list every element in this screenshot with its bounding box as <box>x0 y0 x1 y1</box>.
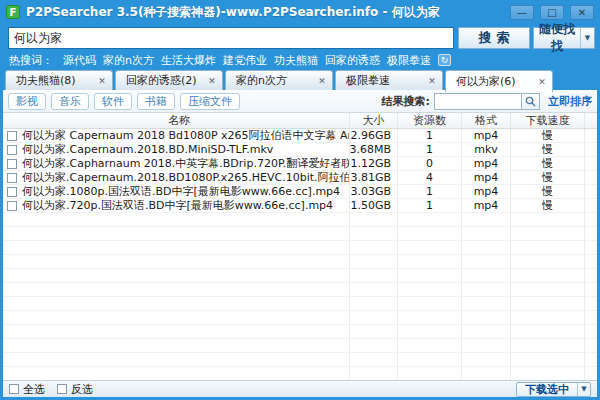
invert-select-option[interactable]: 反选 <box>57 382 93 397</box>
row-checkbox[interactable] <box>7 131 17 141</box>
row-checkbox[interactable] <box>7 159 17 169</box>
invert-select-checkbox[interactable] <box>57 384 67 394</box>
download-speed: 慢 <box>511 171 585 184</box>
column-header-name[interactable]: 名称 <box>3 113 350 128</box>
tab-close-icon[interactable]: ✕ <box>96 76 108 86</box>
file-size: 3.81GB <box>350 171 398 184</box>
hot-word-link[interactable]: 建党伟业 <box>223 53 267 68</box>
file-name: 何以为家.Capharnaum 2018.中英字幕.BDrip.720P.翻译爱… <box>22 157 349 170</box>
chevron-down-icon[interactable]: ▼ <box>580 28 594 48</box>
tab-close-icon[interactable]: ✕ <box>426 76 438 86</box>
select-all-checkbox[interactable] <box>9 384 19 394</box>
maximize-icon[interactable]: □ <box>540 5 564 20</box>
table-row[interactable]: 何以为家.Capernaum.2018.BD.MiniSD-TLF.mkv 89… <box>3 143 597 157</box>
download-speed: 慢 <box>511 143 585 156</box>
tab-close-icon[interactable]: ✕ <box>206 76 218 86</box>
download-speed: 慢 <box>511 185 585 198</box>
footer-bar: 全选 反选 下载选中 ▼ <box>3 380 597 397</box>
file-name: 何以为家.1080p.国法双语.BD中字[最新电影www.66e.cc].mp4 <box>22 185 340 198</box>
resource-count: 1 <box>398 143 462 156</box>
empty-row <box>3 325 597 339</box>
file-name: 何以为家.Capernaum.2018.BD1080P.x265.HEVC.10… <box>22 171 349 184</box>
tab-label: 何以为家(6) <box>456 74 536 89</box>
file-format: mkv <box>462 143 511 156</box>
empty-row <box>3 269 597 283</box>
select-all-option[interactable]: 全选 <box>9 382 45 397</box>
empty-row <box>3 311 597 325</box>
app-logo-icon: F <box>6 5 20 19</box>
column-header-count[interactable]: 资源数 <box>398 113 462 128</box>
table-header: 名称 大小 资源数 格式 下载速度 <box>3 113 597 129</box>
file-format: mp4 <box>462 171 511 184</box>
chevron-down-icon[interactable]: ▼ <box>577 383 590 396</box>
row-checkbox[interactable] <box>7 201 17 211</box>
hot-word-link[interactable]: 家的n次方 <box>103 53 154 68</box>
tab-close-icon[interactable]: ✕ <box>316 76 328 86</box>
file-size: 1.12GB <box>350 157 398 170</box>
result-search-input[interactable] <box>434 93 522 110</box>
hot-word-link[interactable]: 源代码 <box>63 53 96 68</box>
file-format: mp4 <box>462 157 511 170</box>
resource-count: 0 <box>398 157 462 170</box>
search-row: 搜 索 随便找找 ▼ <box>3 24 597 52</box>
hot-word-link[interactable]: 功夫熊猫 <box>274 53 318 68</box>
filter-software-button[interactable]: 软件 <box>94 93 132 110</box>
tab-jiade-ncifang[interactable]: 家的n次方 ✕ <box>225 70 333 90</box>
file-size: 893.68MB <box>350 143 398 156</box>
window-controls: — □ ✕ <box>510 5 594 20</box>
empty-grid-rows <box>3 213 597 380</box>
hot-words-bar: 热搜词： 源代码 家的n次方 生活大爆炸 建党伟业 功夫熊猫 回家的诱惑 极限拳… <box>3 52 597 68</box>
filter-music-button[interactable]: 音乐 <box>51 93 89 110</box>
empty-row <box>3 241 597 255</box>
file-name: 何以为家.720p.国法双语.BD中字[最新电影www.66e.cc].mp4 <box>22 199 333 212</box>
row-checkbox[interactable] <box>7 145 17 155</box>
resource-count: 1 <box>398 129 462 142</box>
empty-row <box>3 339 597 353</box>
invert-select-label: 反选 <box>71 382 93 397</box>
row-checkbox[interactable] <box>7 187 17 197</box>
tab-kungfu-panda[interactable]: 功夫熊猫(8) ✕ <box>5 70 113 90</box>
search-icon[interactable] <box>522 93 540 110</box>
table-row[interactable]: 何以为家.720p.国法双语.BD中字[最新电影www.66e.cc].mp4 … <box>3 199 597 213</box>
file-size: 1.50GB <box>350 199 398 212</box>
empty-row <box>3 297 597 311</box>
column-header-size[interactable]: 大小 <box>350 113 398 128</box>
empty-row <box>3 255 597 269</box>
minimize-icon[interactable]: — <box>510 5 534 20</box>
filter-video-button[interactable]: 影视 <box>8 93 46 110</box>
table-row[interactable]: 何以为家.Capharnaum 2018.中英字幕.BDrip.720P.翻译爱… <box>3 157 597 171</box>
column-header-format[interactable]: 格式 <box>462 113 511 128</box>
search-button[interactable]: 搜 索 <box>458 27 530 49</box>
tab-jixian-quansu[interactable]: 极限拳速 ✕ <box>335 70 443 90</box>
row-checkbox[interactable] <box>7 173 17 183</box>
download-speed: 慢 <box>511 129 585 142</box>
empty-row <box>3 353 597 367</box>
table-row[interactable]: 何以为家 Capernaum 2018 Bd1080P x265阿拉伯语中文字幕… <box>3 129 597 143</box>
download-selected-label: 下载选中 <box>517 382 577 397</box>
refresh-icon[interactable]: ↻ <box>438 54 451 66</box>
search-input[interactable] <box>8 27 454 49</box>
table-row[interactable]: 何以为家.Capernaum.2018.BD1080P.x265.HEVC.10… <box>3 171 597 185</box>
tab-close-icon[interactable]: ✕ <box>536 77 548 87</box>
column-header-speed[interactable]: 下载速度 <box>511 113 585 128</box>
hot-word-link[interactable]: 极限拳速 <box>387 53 431 68</box>
sort-now-link[interactable]: 立即排序 <box>548 94 592 109</box>
file-name: 何以为家.Capernaum.2018.BD.MiniSD-TLF.mkv <box>22 143 273 156</box>
tab-huijia-youhuo[interactable]: 回家的诱惑(2) ✕ <box>115 70 223 90</box>
tab-heyi-weijia-active[interactable]: 何以为家(6) ✕ <box>445 70 553 92</box>
table-row[interactable]: 何以为家.1080p.国法双语.BD中字[最新电影www.66e.cc].mp4… <box>3 185 597 199</box>
filter-archive-button[interactable]: 压缩文件 <box>180 93 240 110</box>
tab-label: 功夫熊猫(8) <box>16 73 96 88</box>
app-window: F P2PSearcher 3.5(种子搜索神器)-www.P2PSearche… <box>0 0 600 400</box>
filter-toolbar: 影视 音乐 软件 书籍 压缩文件 结果搜索: 立即排序 <box>3 90 597 113</box>
result-table-body: 何以为家 Capernaum 2018 Bd1080P x265阿拉伯语中文字幕… <box>3 129 597 380</box>
filter-book-button[interactable]: 书籍 <box>137 93 175 110</box>
hot-word-link[interactable]: 生活大爆炸 <box>161 53 216 68</box>
file-format: mp4 <box>462 129 511 142</box>
hot-word-link[interactable]: 回家的诱惑 <box>325 53 380 68</box>
tab-label: 家的n次方 <box>236 73 316 88</box>
random-search-button[interactable]: 随便找找 ▼ <box>533 27 595 49</box>
download-selected-button[interactable]: 下载选中 ▼ <box>516 382 591 397</box>
close-icon[interactable]: ✕ <box>570 5 594 20</box>
resource-count: 4 <box>398 171 462 184</box>
